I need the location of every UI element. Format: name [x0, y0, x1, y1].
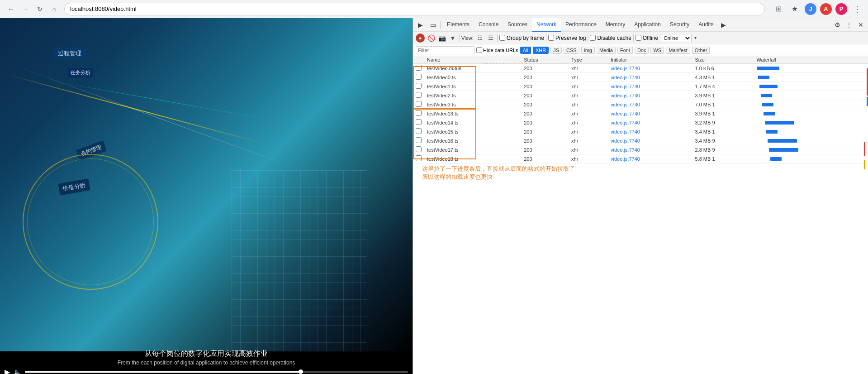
- address-bar[interactable]: [64, 3, 765, 15]
- table-row[interactable]: testVideo14.ts 200 xhr video.js:7740 3.2…: [413, 118, 868, 127]
- col-waterfall[interactable]: Waterfall: [754, 56, 868, 64]
- forward-button[interactable]: →: [19, 3, 32, 15]
- filter-xhr-button[interactable]: XHR: [533, 47, 549, 54]
- more-icon[interactable]: ⋮: [851, 3, 863, 15]
- row-checkbox[interactable]: [416, 155, 422, 161]
- reload-button[interactable]: ↻: [33, 3, 46, 15]
- video-background: 过程管理 任务分析 合约管理 价值分析: [0, 18, 413, 351]
- extensions-icon[interactable]: ⊞: [772, 3, 785, 15]
- table-row[interactable]: testVideo15.ts 200 xhr video.js:7740 3.4…: [413, 127, 868, 136]
- view-grid-button[interactable]: ☷: [475, 34, 484, 43]
- play-button[interactable]: ▶: [5, 368, 10, 374]
- col-initiator[interactable]: Initiator: [608, 56, 692, 64]
- row-waterfall: [754, 154, 868, 163]
- filter-font-button[interactable]: Font: [617, 47, 633, 54]
- filter-button[interactable]: ▼: [448, 34, 457, 43]
- initiator-link[interactable]: video.js:7740: [611, 129, 640, 134]
- row-checkbox[interactable]: [416, 92, 422, 98]
- devtools-overflow-icon[interactable]: ⋮: [844, 19, 854, 30]
- table-row[interactable]: testVideo1.ts 200 xhr video.js:7740 1.7 …: [413, 82, 868, 91]
- tab-audits[interactable]: Audits: [694, 18, 718, 32]
- camera-button[interactable]: 📷: [437, 34, 446, 43]
- initiator-link[interactable]: video.js:7740: [611, 93, 640, 98]
- row-checkbox[interactable]: [416, 119, 422, 125]
- row-checkbox[interactable]: [416, 101, 422, 107]
- filter-ws-button[interactable]: WS: [650, 47, 664, 54]
- row-checkbox[interactable]: [416, 137, 422, 143]
- offline-text: Offline: [643, 35, 658, 41]
- table-row[interactable]: testVideo17.ts 200 xhr video.js:7740 2.8…: [413, 145, 868, 154]
- initiator-link[interactable]: video.js:7740: [611, 75, 640, 80]
- tab-performance[interactable]: Performance: [561, 18, 601, 32]
- filter-other-button[interactable]: Other: [692, 47, 710, 54]
- row-checkbox[interactable]: [416, 74, 422, 80]
- initiator-link[interactable]: video.js:7740: [611, 138, 640, 144]
- table-row[interactable]: testVideo2.ts 200 xhr video.js:7740 3.9 …: [413, 91, 868, 100]
- tab-security[interactable]: Security: [665, 18, 694, 32]
- initiator-link[interactable]: video.js:7740: [611, 66, 640, 71]
- record-button[interactable]: ●: [416, 34, 425, 43]
- initiator-link[interactable]: video.js:7740: [611, 156, 640, 162]
- tab-network[interactable]: Network: [532, 18, 561, 32]
- tab-sources[interactable]: Sources: [503, 18, 532, 32]
- initiator-link[interactable]: video.js:7740: [611, 120, 640, 125]
- filter-manifest-button[interactable]: Manifest: [666, 47, 690, 54]
- tab-elements[interactable]: Elements: [442, 18, 474, 32]
- row-checkbox[interactable]: [416, 146, 422, 152]
- account-icon-pink[interactable]: P: [835, 3, 847, 15]
- group-by-frame-checkbox[interactable]: [499, 35, 505, 41]
- row-checkbox-cell: [413, 145, 424, 154]
- account-icon-blue[interactable]: J: [805, 3, 816, 15]
- row-checkbox[interactable]: [416, 110, 422, 116]
- disable-cache-checkbox[interactable]: [590, 35, 596, 41]
- volume-button[interactable]: 🔈: [14, 369, 21, 374]
- filter-media-button[interactable]: Media: [597, 47, 616, 54]
- throttle-select[interactable]: Online Fast 3G Slow 3G: [660, 34, 692, 42]
- tab-memory[interactable]: Memory: [601, 18, 630, 32]
- row-waterfall: [754, 82, 868, 91]
- devtools-inspect-icon[interactable]: ▶: [415, 19, 426, 30]
- filter-all-button[interactable]: All: [520, 47, 531, 54]
- table-row[interactable]: testVideo13.ts 200 xhr video.js:7740 3.9…: [413, 109, 868, 118]
- initiator-link[interactable]: video.js:7740: [611, 102, 640, 107]
- initiator-link[interactable]: video.js:7740: [611, 147, 640, 153]
- filter-js-button[interactable]: JS: [550, 47, 562, 54]
- col-status[interactable]: Status: [521, 56, 569, 64]
- clear-button[interactable]: 🚫: [427, 34, 436, 43]
- filter-doc-button[interactable]: Doc: [635, 47, 649, 54]
- devtools-settings-icon[interactable]: ⚙: [832, 19, 843, 30]
- devtools-close-icon[interactable]: ✕: [855, 19, 866, 30]
- tab-console[interactable]: Console: [474, 18, 503, 32]
- table-row[interactable]: testVideo.m3u8 200 xhr video.js:7740 1.0…: [413, 64, 868, 73]
- nav-buttons: ← → ↻ ⌂: [5, 3, 61, 15]
- offline-checkbox[interactable]: [636, 35, 641, 41]
- table-row[interactable]: testVideo18.ts 200 xhr video.js:7740 5.8…: [413, 154, 868, 163]
- progress-bar[interactable]: [25, 371, 408, 373]
- preserve-log-checkbox[interactable]: [548, 35, 554, 41]
- row-status: 200: [521, 145, 569, 154]
- network-table: Name Status Type Initiator Size Waterfal…: [413, 56, 868, 163]
- col-name[interactable]: Name: [424, 56, 521, 64]
- table-row[interactable]: testVideo3.ts 200 xhr video.js:7740 7.0 …: [413, 100, 868, 109]
- initiator-link[interactable]: video.js:7740: [611, 111, 640, 116]
- row-checkbox[interactable]: [416, 83, 422, 89]
- hide-data-urls-checkbox[interactable]: [476, 47, 482, 53]
- filter-input[interactable]: [416, 46, 474, 54]
- table-row[interactable]: testVideo16.ts 200 xhr video.js:7740 3.4…: [413, 136, 868, 145]
- account-icon-red[interactable]: A: [820, 3, 832, 15]
- row-checkbox[interactable]: [416, 128, 422, 134]
- tab-more[interactable]: ▶: [718, 18, 729, 32]
- table-row[interactable]: testVideo0.ts 200 xhr video.js:7740 4.3 …: [413, 73, 868, 82]
- back-button[interactable]: ←: [5, 3, 17, 15]
- initiator-link[interactable]: video.js:7740: [611, 84, 640, 89]
- devtools-mobile-icon[interactable]: ▭: [427, 19, 438, 30]
- tab-application[interactable]: Application: [630, 18, 665, 32]
- col-size[interactable]: Size: [693, 56, 754, 64]
- view-list-button[interactable]: ☰: [486, 34, 495, 43]
- col-type[interactable]: Type: [569, 56, 608, 64]
- home-button[interactable]: ⌂: [48, 3, 61, 15]
- bookmark-icon[interactable]: ★: [788, 3, 801, 15]
- filter-img-button[interactable]: Img: [581, 47, 595, 54]
- filter-css-button[interactable]: CSS: [564, 47, 579, 54]
- row-checkbox[interactable]: [416, 65, 422, 71]
